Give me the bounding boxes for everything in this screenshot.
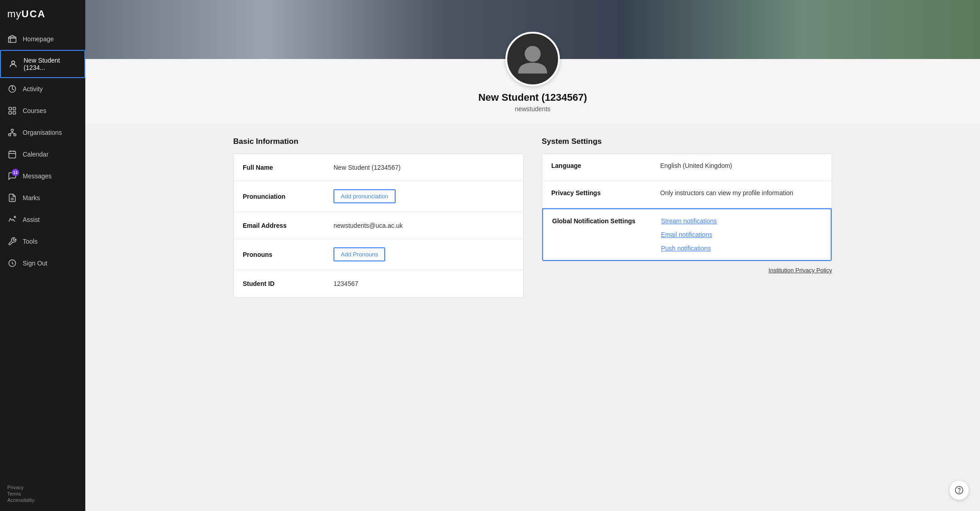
- system-settings-table: Language English (United Kingdom) Privac…: [542, 153, 832, 261]
- profile-name: New Student (1234567): [478, 92, 587, 103]
- svg-point-1: [12, 61, 15, 64]
- setting-label: Privacy Settings: [551, 189, 660, 197]
- field-label: Email Address: [243, 222, 333, 229]
- stream-notifications-link[interactable]: Stream notifications: [661, 217, 717, 225]
- calendar-icon: [7, 149, 17, 159]
- sidebar-item-label: Activity: [23, 85, 43, 93]
- field-value: New Student (1234567): [333, 164, 401, 171]
- sidebar-item-label: Courses: [23, 107, 46, 114]
- system-settings-section: System Settings Language English (United…: [542, 137, 832, 298]
- logo-uca: UCA: [21, 8, 46, 20]
- org-icon: [7, 128, 17, 138]
- table-row: Email Address newstudents@uca.ac.uk: [234, 212, 523, 239]
- sidebar-item-label: New Student (1234...: [24, 57, 77, 71]
- basic-info-section: Basic Information Full Name New Student …: [233, 137, 524, 298]
- field-label: Full Name: [243, 164, 333, 171]
- sidebar-item-label: Assist: [23, 216, 39, 223]
- sidebar-item-messages[interactable]: 11 Messages: [0, 165, 85, 187]
- sidebar-item-tools[interactable]: Tools: [0, 231, 85, 252]
- setting-label: Language: [551, 162, 660, 169]
- system-settings-title: System Settings: [542, 137, 832, 146]
- sidebar-nav: Homepage New Student (1234... Activity: [0, 28, 85, 477]
- sidebar-item-assist[interactable]: Assist: [0, 209, 85, 231]
- signout-icon: [7, 258, 17, 268]
- sidebar-item-calendar[interactable]: Calendar: [0, 143, 85, 165]
- sidebar-item-label: Sign Out: [23, 260, 47, 267]
- setting-value: Only instructors can view my profile inf…: [660, 189, 823, 197]
- field-value: 1234567: [333, 280, 358, 287]
- sidebar-footer: Privacy Terms Accessibility: [0, 477, 85, 511]
- svg-rect-4: [13, 108, 16, 110]
- sidebar-item-label: Calendar: [23, 151, 49, 158]
- field-value: newstudents@uca.ac.uk: [333, 222, 403, 229]
- courses-icon: [7, 106, 17, 116]
- push-notifications-link[interactable]: Push notifications: [661, 245, 717, 252]
- home-icon: [7, 34, 17, 44]
- svg-point-13: [14, 216, 15, 218]
- add-pronunciation-button[interactable]: Add pronunciation: [333, 189, 396, 203]
- user-icon: [8, 59, 18, 69]
- avatar: [505, 32, 560, 86]
- sidebar-item-sign-out[interactable]: Sign Out: [0, 252, 85, 274]
- table-row: Language English (United Kingdom): [542, 154, 832, 181]
- sidebar-item-label: Messages: [23, 172, 52, 180]
- svg-rect-10: [9, 151, 16, 158]
- table-row: Pronouns Add Pronouns: [234, 239, 523, 270]
- activity-icon: [7, 84, 17, 94]
- notification-links: Stream notifications Email notifications…: [661, 217, 717, 252]
- svg-rect-3: [9, 108, 12, 110]
- table-row: Privacy Settings Only instructors can vi…: [542, 181, 832, 208]
- svg-point-15: [524, 46, 540, 62]
- table-row: Pronunciation Add pronunciation: [234, 181, 523, 212]
- svg-rect-5: [9, 112, 12, 114]
- table-row: Full Name New Student (1234567): [234, 154, 523, 181]
- messages-badge: 11: [12, 169, 19, 176]
- footer-accessibility-link[interactable]: Accessibility: [7, 497, 78, 503]
- setting-label: Global Notification Settings: [552, 217, 661, 225]
- global-notification-settings-row: Global Notification Settings Stream noti…: [542, 208, 832, 261]
- field-label: Student ID: [243, 280, 333, 287]
- sidebar-item-new-student[interactable]: New Student (1234...: [0, 50, 85, 78]
- marks-icon: [7, 193, 17, 203]
- sidebar: myUCA Homepage New Student (1234...: [0, 0, 85, 511]
- institution-privacy: Institution Privacy Policy: [542, 267, 832, 274]
- profile-header: New Student (1234567) newstudents: [85, 59, 980, 123]
- basic-info-table: Full Name New Student (1234567) Pronunci…: [233, 153, 524, 298]
- content-area: Basic Information Full Name New Student …: [215, 123, 850, 311]
- sidebar-item-homepage[interactable]: Homepage: [0, 28, 85, 50]
- assist-icon: [7, 215, 17, 225]
- app-logo: myUCA: [0, 0, 85, 28]
- field-label: Pronunciation: [243, 193, 333, 200]
- tools-icon: [7, 236, 17, 246]
- field-label: Pronouns: [243, 251, 333, 258]
- sidebar-item-label: Tools: [23, 238, 38, 245]
- sidebar-item-organisations[interactable]: Organisations: [0, 122, 85, 143]
- setting-value: English (United Kingdom): [660, 162, 823, 169]
- table-row: Student ID 1234567: [234, 270, 523, 297]
- sidebar-item-activity[interactable]: Activity: [0, 78, 85, 100]
- sidebar-item-label: Homepage: [23, 35, 54, 43]
- profile-username: newstudents: [515, 105, 551, 113]
- institution-privacy-link[interactable]: Institution Privacy Policy: [769, 267, 832, 274]
- footer-terms-link[interactable]: Terms: [7, 491, 78, 496]
- basic-info-title: Basic Information: [233, 137, 524, 146]
- add-pronouns-button[interactable]: Add Pronouns: [333, 247, 385, 261]
- logo-my: my: [7, 8, 21, 20]
- sidebar-item-label: Marks: [23, 194, 40, 201]
- sidebar-item-marks[interactable]: Marks: [0, 187, 85, 209]
- sidebar-item-courses[interactable]: Courses: [0, 100, 85, 122]
- svg-rect-6: [13, 112, 16, 114]
- help-button[interactable]: [949, 480, 969, 500]
- footer-privacy-link[interactable]: Privacy: [7, 485, 78, 490]
- main-content: New Student (1234567) newstudents Basic …: [85, 0, 980, 511]
- sidebar-item-label: Organisations: [23, 129, 62, 136]
- svg-point-7: [11, 129, 14, 132]
- email-notifications-link[interactable]: Email notifications: [661, 231, 717, 238]
